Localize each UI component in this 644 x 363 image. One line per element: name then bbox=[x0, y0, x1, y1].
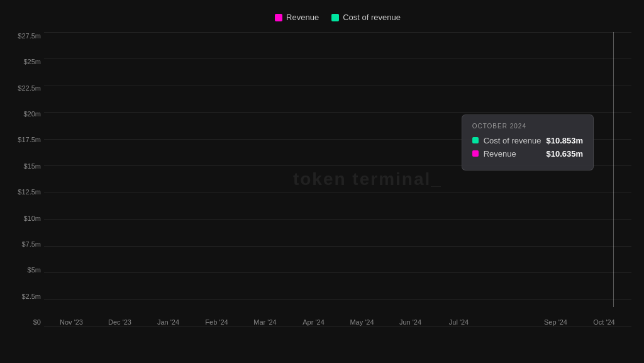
tooltip-revenue-dot bbox=[472, 150, 479, 157]
tooltip-cost-dot bbox=[472, 137, 479, 143]
tooltip-cost-value: $10.853m bbox=[546, 136, 583, 145]
x-label: Mar '24 bbox=[241, 318, 289, 326]
grid-line bbox=[44, 326, 631, 327]
x-label: Nov '23 bbox=[47, 318, 96, 326]
tooltip-revenue-label: Revenue bbox=[484, 149, 541, 159]
y-label-2: $22.5m bbox=[6, 84, 41, 92]
y-label-11: $0 bbox=[6, 318, 41, 326]
y-label-10: $2.5m bbox=[6, 293, 41, 300]
x-label: Jun '24 bbox=[386, 318, 435, 326]
cost-legend-dot bbox=[331, 14, 339, 21]
x-label: May '24 bbox=[338, 318, 386, 326]
tooltip-revenue-value: $10.635m bbox=[546, 149, 583, 159]
y-label-8: $7.5m bbox=[6, 240, 41, 248]
x-label bbox=[483, 318, 531, 326]
y-label-1: $25m bbox=[6, 58, 41, 65]
y-label-4: $17.5m bbox=[6, 136, 41, 143]
chart-area: $27.5m $25m $22.5m $20m $17.5m $15m $12.… bbox=[44, 32, 631, 326]
x-label: Sep '24 bbox=[531, 318, 580, 326]
tooltip-cost-label: Cost of revenue bbox=[484, 136, 541, 145]
y-label-0: $27.5m bbox=[6, 32, 41, 40]
tooltip-row-revenue: Revenue $10.635m bbox=[472, 149, 583, 159]
y-label-9: $5m bbox=[6, 266, 41, 274]
x-axis: Nov '23Dec '23Jan '24Feb '24Mar '24Apr '… bbox=[44, 318, 631, 326]
chart-legend: Revenue Cost of revenue bbox=[44, 13, 631, 22]
x-label: Apr '24 bbox=[289, 318, 338, 326]
y-label-3: $20m bbox=[6, 110, 41, 118]
legend-item-revenue: Revenue bbox=[275, 13, 319, 22]
revenue-legend-label: Revenue bbox=[286, 13, 319, 22]
chart-container: Revenue Cost of revenue $27.5m $25m $22.… bbox=[0, 0, 644, 363]
y-label-6: $12.5m bbox=[6, 188, 41, 196]
legend-item-cost: Cost of revenue bbox=[331, 13, 401, 22]
tooltip-month: OCTOBER 2024 bbox=[472, 123, 583, 130]
x-label: Oct '24 bbox=[580, 318, 628, 326]
x-label: Jan '24 bbox=[144, 318, 192, 326]
tooltip: OCTOBER 2024 Cost of revenue $10.853m Re… bbox=[462, 114, 594, 170]
cost-legend-label: Cost of revenue bbox=[343, 13, 401, 22]
y-axis: $27.5m $25m $22.5m $20m $17.5m $15m $12.… bbox=[6, 32, 41, 326]
revenue-legend-dot bbox=[275, 14, 282, 21]
y-label-5: $15m bbox=[6, 162, 41, 170]
tooltip-row-cost: Cost of revenue $10.853m bbox=[472, 136, 583, 145]
y-label-7: $10m bbox=[6, 215, 41, 222]
x-label: Dec '23 bbox=[96, 318, 144, 326]
x-label: Feb '24 bbox=[192, 318, 241, 326]
x-label: Jul '24 bbox=[435, 318, 483, 326]
